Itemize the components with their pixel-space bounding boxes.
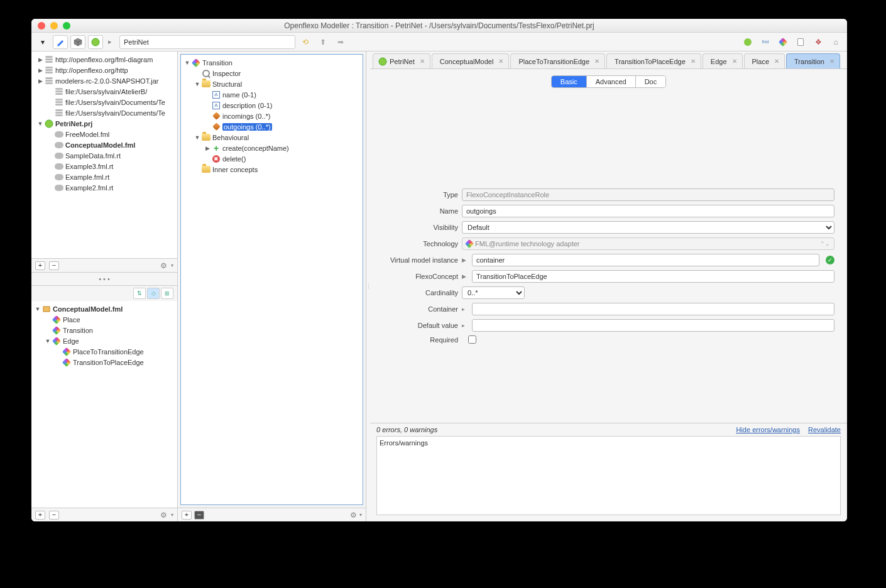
cardinality-select[interactable]: 0..* bbox=[462, 286, 525, 299]
vmi-field[interactable] bbox=[472, 254, 819, 266]
required-checkbox[interactable] bbox=[468, 335, 476, 344]
tree-item[interactable]: ▶http://openflexo.org/http bbox=[34, 65, 177, 75]
required-label: Required bbox=[376, 336, 458, 344]
expand-icon[interactable]: ▶ bbox=[462, 273, 468, 280]
tree-item[interactable]: Example2.fml.rt bbox=[34, 182, 177, 193]
outline-remove-button[interactable]: − bbox=[49, 511, 59, 520]
tree-item[interactable]: outgoings (0..*) bbox=[181, 121, 363, 132]
panel-drag-handle[interactable]: • • • bbox=[31, 272, 177, 286]
tree-item[interactable]: incomings (0..*) bbox=[181, 111, 363, 121]
tab-place[interactable]: Place✕ bbox=[744, 53, 785, 68]
visibility-select[interactable]: Default bbox=[462, 221, 834, 234]
tree-item[interactable]: ▼Structural bbox=[181, 79, 363, 89]
close-tab-icon[interactable]: ✕ bbox=[420, 58, 425, 65]
revalidate-link[interactable]: Revalidate bbox=[808, 426, 841, 433]
tree-item[interactable]: Place bbox=[31, 314, 177, 325]
error-list[interactable]: Errors/warnings bbox=[376, 436, 841, 515]
expand-icon[interactable]: ▸ bbox=[462, 306, 468, 312]
view-mode-2-button[interactable]: ◇ bbox=[147, 288, 160, 299]
close-tab-icon[interactable]: ✕ bbox=[732, 58, 737, 65]
default-field[interactable] bbox=[472, 319, 834, 332]
expand-icon[interactable]: ▶ bbox=[462, 257, 468, 263]
concept-structure-tree[interactable]: ▼TransitionInspector▼StructuralAname (0-… bbox=[180, 54, 363, 505]
nav-forward-button[interactable]: ➡ bbox=[333, 35, 348, 49]
cube-tool-button[interactable] bbox=[70, 35, 85, 49]
tab-edge[interactable]: Edge✕ bbox=[703, 53, 743, 68]
view-mode-3-button[interactable]: ⊞ bbox=[161, 288, 173, 299]
tab-conceptualmodel[interactable]: ConceptualModel✕ bbox=[432, 53, 510, 68]
property-form: Type Name Visibility Default Technology … bbox=[370, 182, 847, 350]
tree-item[interactable]: PlaceToTransitionEdge bbox=[31, 346, 177, 357]
gear-icon[interactable]: ⚙ bbox=[350, 511, 357, 520]
tree-item[interactable]: ▶http://openflexo.org/fml-diagram bbox=[34, 54, 177, 65]
project-browser[interactable]: ▶http://openflexo.org/fml-diagram▶http:/… bbox=[31, 52, 177, 258]
advanced-tab-button[interactable]: Advanced bbox=[587, 76, 636, 87]
nav-dropdown-icon[interactable]: ▾ bbox=[35, 35, 50, 49]
view-mode-1-button[interactable]: ⇅ bbox=[133, 288, 146, 299]
tree-item[interactable]: Inner concepts bbox=[181, 164, 363, 175]
doc-tab-button[interactable]: Doc bbox=[636, 76, 666, 87]
editor-tabs: PetriNet✕ConceptualModel✕PlaceToTransiti… bbox=[370, 52, 847, 69]
basic-tab-button[interactable]: Basic bbox=[552, 76, 587, 87]
tree-item[interactable]: Adescription (0-1) bbox=[181, 100, 363, 111]
tree-item[interactable]: ▼ConceptualModel.fml bbox=[31, 303, 177, 314]
tree-item[interactable]: Inspector bbox=[181, 68, 363, 79]
tree-item[interactable]: TransitionToPlaceEdge bbox=[31, 357, 177, 368]
gear-icon[interactable]: ⚙ bbox=[160, 261, 167, 270]
tab-transition[interactable]: Transition✕ bbox=[786, 53, 840, 68]
stack-icon[interactable]: ❖ bbox=[811, 35, 826, 49]
tree-item[interactable]: ▼Behavioural bbox=[181, 132, 363, 143]
tree-item[interactable]: SampleData.fml.rt bbox=[34, 150, 177, 161]
project-icon[interactable] bbox=[740, 35, 755, 49]
window-icon[interactable] bbox=[793, 35, 808, 49]
close-tab-icon[interactable]: ✕ bbox=[594, 58, 599, 65]
structure-remove-button[interactable]: − bbox=[194, 511, 204, 520]
tree-item[interactable]: ▶modelers-rc-2.0.0-SNAPSHOT.jar bbox=[34, 75, 177, 86]
type-label: Type bbox=[376, 191, 458, 199]
fml-icon[interactable]: fml bbox=[758, 35, 773, 49]
edit-tool-button[interactable] bbox=[53, 35, 68, 49]
close-tab-icon[interactable]: ✕ bbox=[691, 58, 696, 65]
remove-button[interactable]: − bbox=[49, 261, 59, 270]
type-field bbox=[462, 188, 834, 201]
nav-up-button[interactable]: ⬆ bbox=[315, 35, 331, 49]
tree-item[interactable]: ▼Edge bbox=[31, 335, 177, 346]
home-icon[interactable]: ⌂ bbox=[828, 35, 843, 49]
name-field[interactable] bbox=[462, 205, 834, 217]
technology-field[interactable]: FML@runtime technology adapter ⌃⌄ bbox=[462, 237, 834, 250]
tree-item[interactable]: Example.fml.rt bbox=[34, 172, 177, 182]
expand-icon[interactable]: ▸ bbox=[462, 322, 468, 329]
search-input[interactable]: PetriNet bbox=[119, 35, 295, 49]
tree-item[interactable]: ▶+create(conceptName) bbox=[181, 143, 363, 153]
gear-icon[interactable]: ⚙ bbox=[160, 511, 167, 520]
tree-item[interactable]: Example3.fml.rt bbox=[34, 161, 177, 172]
project-tool-button[interactable] bbox=[88, 35, 103, 49]
tree-item[interactable]: ▼Transition bbox=[181, 57, 363, 68]
container-label: Container bbox=[376, 305, 458, 313]
structure-add-button[interactable]: + bbox=[182, 511, 192, 520]
concept-field[interactable] bbox=[472, 270, 834, 283]
nav-back-button[interactable]: ⟲ bbox=[298, 35, 313, 49]
tree-item[interactable]: Transition bbox=[31, 325, 177, 335]
close-tab-icon[interactable]: ✕ bbox=[829, 58, 834, 65]
hide-errors-link[interactable]: Hide errors/warnings bbox=[736, 426, 799, 433]
tree-item[interactable]: file:/Users/sylvain/Documents/Te bbox=[34, 107, 177, 118]
tree-item[interactable]: ConceptualModel.fml bbox=[34, 139, 177, 150]
tree-item[interactable]: Aname (0-1) bbox=[181, 89, 363, 100]
add-button[interactable]: + bbox=[35, 261, 45, 270]
close-tab-icon[interactable]: ✕ bbox=[498, 58, 503, 65]
outline-add-button[interactable]: + bbox=[35, 511, 45, 520]
tree-item[interactable]: FreeModel.fml bbox=[34, 129, 177, 139]
tab-transitiontoplaceedge[interactable]: TransitionToPlaceEdge✕ bbox=[606, 53, 701, 68]
app-window: Openflexo Modeller : Transition - PetriN… bbox=[31, 19, 847, 521]
tree-item[interactable]: ▼PetriNet.prj bbox=[34, 118, 177, 129]
tree-item[interactable]: ✖delete() bbox=[181, 153, 363, 164]
tab-petrinet[interactable]: PetriNet✕ bbox=[373, 53, 430, 68]
tree-item[interactable]: file:/Users/sylvain/AtelierB/ bbox=[34, 86, 177, 97]
container-field[interactable] bbox=[472, 303, 834, 315]
close-tab-icon[interactable]: ✕ bbox=[774, 58, 779, 65]
concept-outline[interactable]: ▼ConceptualModel.fmlPlaceTransition▼Edge… bbox=[31, 301, 177, 508]
palette-icon[interactable] bbox=[775, 35, 790, 49]
tree-item[interactable]: file:/Users/sylvain/Documents/Te bbox=[34, 97, 177, 107]
tab-placetotransitionedge[interactable]: PlaceToTransitionEdge✕ bbox=[510, 53, 605, 68]
